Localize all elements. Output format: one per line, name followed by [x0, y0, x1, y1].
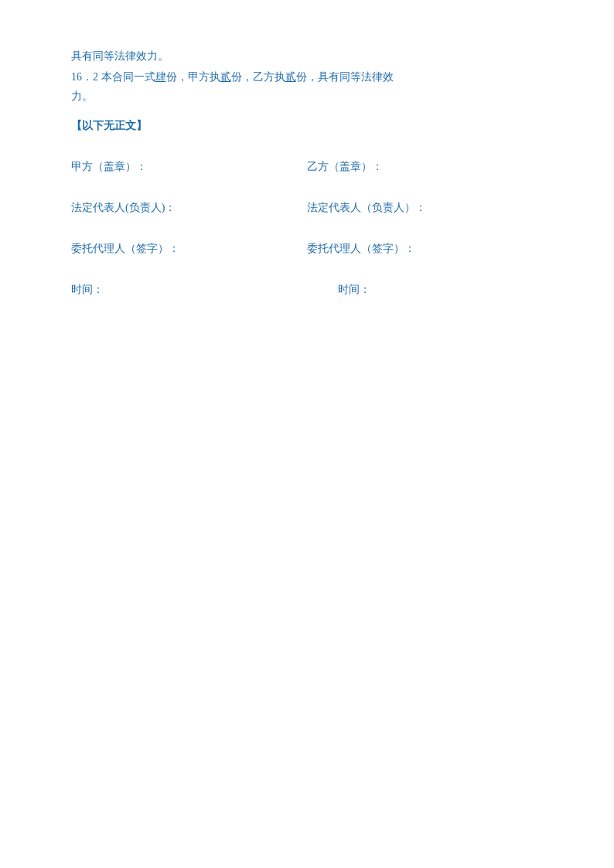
time-b: 时间： — [307, 280, 543, 299]
page: 具有同等法律效力。 16．2 本合同一式肆份，甲方执贰份，乙方执贰份，具有同等法… — [0, 0, 614, 868]
legal-rep-row: 法定代表人(负责人)： 法定代表人（负责人）： — [71, 198, 543, 217]
legal-rep-b: 法定代表人（负责人）： — [307, 198, 543, 217]
delegate-a: 委托代理人（签字）： — [71, 239, 307, 258]
delegate-b: 委托代理人（签字）： — [307, 239, 543, 258]
time-row: 时间： 时间： — [71, 280, 543, 299]
line-equal-legal-effect: 具有同等法律效力。 — [71, 46, 543, 66]
party-b-seal: 乙方（盖章）： — [307, 157, 543, 176]
party-seal-row: 甲方（盖章）： 乙方（盖章）： — [71, 157, 543, 176]
legal-rep-a: 法定代表人(负责人)： — [71, 198, 307, 217]
delegate-row: 委托代理人（签字）： 委托代理人（签字）： — [71, 239, 543, 258]
clause-16-2: 16．2 本合同一式肆份，甲方执贰份，乙方执贰份，具有同等法律效 力。 — [71, 67, 543, 106]
no-body-notice: 【以下无正文】 — [71, 116, 543, 135]
signature-section: 甲方（盖章）： 乙方（盖章）： 法定代表人(负责人)： 法定代表人（负责人）： … — [71, 157, 543, 300]
time-a: 时间： — [71, 280, 307, 299]
party-a-seal: 甲方（盖章）： — [71, 157, 307, 176]
